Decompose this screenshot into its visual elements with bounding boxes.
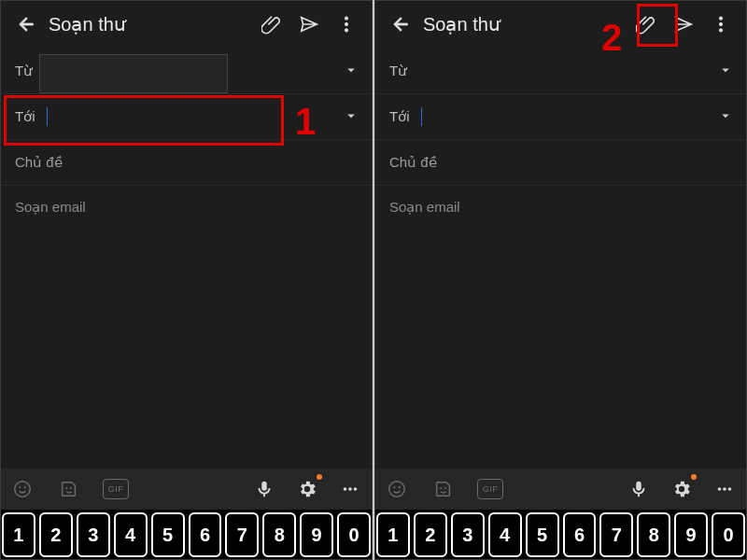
key-5[interactable]: 5 <box>526 512 559 557</box>
key-2[interactable]: 2 <box>414 512 447 557</box>
text-cursor <box>421 107 422 126</box>
keyboard-toolbar: GIF <box>374 469 747 510</box>
body-field[interactable]: Soạn email <box>374 186 747 229</box>
svg-point-1 <box>345 22 347 25</box>
screenshot-container: { "header": { "title": "Soạn thư" }, "fi… <box>0 0 747 560</box>
svg-point-9 <box>348 487 352 491</box>
key-4[interactable]: 4 <box>488 512 522 557</box>
key-5[interactable]: 5 <box>151 512 185 557</box>
key-8[interactable]: 8 <box>262 512 296 557</box>
to-label: Tới <box>389 108 410 125</box>
chevron-down-icon[interactable] <box>343 62 359 81</box>
svg-point-21 <box>728 487 732 491</box>
svg-point-11 <box>719 17 722 20</box>
key-9[interactable]: 9 <box>674 512 708 557</box>
back-arrow-icon[interactable] <box>7 6 45 43</box>
notification-dot <box>691 474 697 480</box>
body-placeholder: Soạn email <box>389 199 460 215</box>
body-field[interactable]: Soạn email <box>0 186 373 229</box>
from-label: Từ <box>389 63 407 79</box>
sticker-icon[interactable] <box>430 476 457 502</box>
page-title: Soạn thư <box>423 13 500 35</box>
svg-point-8 <box>344 487 347 491</box>
key-2[interactable]: 2 <box>39 512 73 557</box>
svg-point-10 <box>354 487 358 491</box>
annotation-box-1 <box>4 95 284 146</box>
svg-point-20 <box>723 487 726 491</box>
notification-dot <box>317 474 322 480</box>
key-9[interactable]: 9 <box>300 512 333 557</box>
svg-point-3 <box>15 482 31 497</box>
key-6[interactable]: 6 <box>563 512 597 557</box>
key-7[interactable]: 7 <box>599 512 633 557</box>
attachment-icon[interactable] <box>253 6 290 43</box>
chevron-down-icon[interactable] <box>717 62 734 81</box>
svg-point-0 <box>345 17 347 20</box>
more-vert-icon[interactable] <box>328 6 365 43</box>
sticker-icon[interactable] <box>56 476 82 502</box>
settings-gear-icon[interactable] <box>669 476 695 502</box>
from-field-row[interactable]: Từ <box>374 49 747 94</box>
key-6[interactable]: 6 <box>189 512 222 557</box>
key-7[interactable]: 7 <box>225 512 259 557</box>
key-4[interactable]: 4 <box>114 512 148 557</box>
page-title: Soạn thư <box>49 13 126 35</box>
chevron-down-icon[interactable] <box>343 107 359 127</box>
svg-point-18 <box>444 487 446 489</box>
settings-gear-icon[interactable] <box>294 476 320 502</box>
app-bar: Soạn thư <box>0 0 373 49</box>
chevron-down-icon[interactable] <box>717 107 734 127</box>
svg-point-5 <box>24 486 26 488</box>
gif-icon[interactable]: GIF <box>477 476 503 502</box>
to-field-row[interactable]: Tới <box>374 94 747 140</box>
svg-point-4 <box>19 486 21 488</box>
key-3[interactable]: 3 <box>451 512 485 557</box>
svg-point-13 <box>719 29 722 32</box>
subject-placeholder: Chủ đề <box>15 154 63 171</box>
app-bar: Soạn thư <box>374 0 747 49</box>
gif-icon[interactable]: GIF <box>103 476 129 502</box>
svg-point-15 <box>393 486 395 488</box>
subject-placeholder: Chủ đề <box>389 154 437 171</box>
key-1[interactable]: 1 <box>376 512 410 557</box>
from-label: Từ <box>15 63 33 79</box>
annotation-box-2 <box>637 4 678 47</box>
key-0[interactable]: 0 <box>712 512 745 557</box>
compose-screen-right: Soạn thư Từ Tới Chủ đề Soạn email <box>374 0 747 560</box>
ellipsis-icon[interactable] <box>712 476 738 502</box>
svg-point-19 <box>718 487 722 491</box>
subject-field-row[interactable]: Chủ đề <box>374 140 747 186</box>
svg-point-12 <box>719 22 722 25</box>
subject-field-row[interactable]: Chủ đề <box>0 140 373 186</box>
keyboard-number-row: 1 2 3 4 5 6 7 8 9 0 <box>374 510 747 560</box>
compose-screen-left: Soạn thư Từ Tới Chủ đề Soạn email <box>0 0 373 560</box>
from-value-redacted <box>39 54 228 93</box>
svg-point-17 <box>440 487 442 489</box>
svg-point-6 <box>65 487 67 489</box>
svg-point-14 <box>389 482 405 497</box>
more-vert-icon[interactable] <box>702 6 740 43</box>
annotation-number-1: 1 <box>295 101 316 143</box>
mic-icon[interactable] <box>251 476 277 502</box>
svg-point-16 <box>399 486 401 488</box>
svg-point-7 <box>70 487 72 489</box>
annotation-number-2: 2 <box>601 17 622 59</box>
ellipsis-icon[interactable] <box>337 476 363 502</box>
key-1[interactable]: 1 <box>2 512 35 557</box>
emoji-icon[interactable] <box>384 476 410 502</box>
back-arrow-icon[interactable] <box>382 6 419 43</box>
key-8[interactable]: 8 <box>637 512 670 557</box>
svg-point-2 <box>345 29 347 32</box>
body-placeholder: Soạn email <box>15 199 86 215</box>
key-0[interactable]: 0 <box>337 512 371 557</box>
keyboard-toolbar: GIF <box>0 469 373 510</box>
keyboard-number-row: 1 2 3 4 5 6 7 8 9 0 <box>0 510 373 560</box>
mic-icon[interactable] <box>626 476 652 502</box>
send-icon[interactable] <box>290 6 328 43</box>
key-3[interactable]: 3 <box>77 512 110 557</box>
emoji-icon[interactable] <box>9 476 35 502</box>
